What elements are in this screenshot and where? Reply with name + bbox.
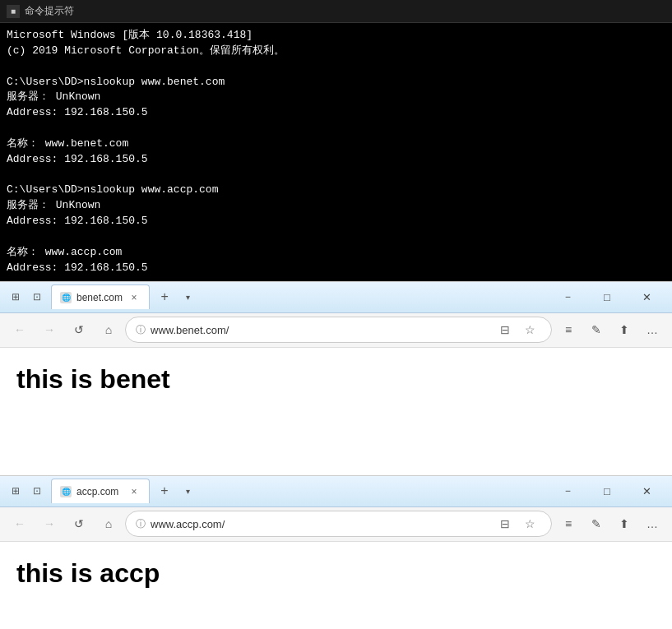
cmd-line: 服务器： UnKnown [7,90,665,105]
favorite-btn-2[interactable]: ☆ [518,512,541,535]
tab-dropdown-btn-2[interactable]: ▾ [179,483,196,499]
cmd-titlebar: ■ 命令提示符 [0,0,672,23]
cmd-line [7,168,665,183]
tab-area-2: 🌐 accp.com × + ▾ [51,479,549,503]
tab-settings-btn-2[interactable]: ⊡ [28,482,46,500]
toolbar-actions-2: ≡ ✎ ⬆ … [555,511,665,537]
tab-close-btn-2[interactable]: × [127,485,141,498]
cmd-title: 命令提示符 [25,4,74,18]
tab-pin-btn-1[interactable]: ⊞ [7,288,25,306]
cmd-line: Address: 192.168.150.5 [7,152,665,168]
address-info-icon-2: ⓘ [136,517,146,531]
window-controls-2: － □ ✕ [549,479,665,502]
toolbar-actions-1: ≡ ✎ ⬆ … [555,317,665,343]
minimize-btn-2[interactable]: － [549,479,586,502]
browser-titlebar-1: ⊞ ⊡ 🌐 benet.com × + ▾ － □ ✕ [0,282,672,313]
address-bar-2[interactable]: ⓘ www.accp.com/ ⊟ ☆ [125,511,552,537]
browser-tab-1[interactable]: 🌐 benet.com × [51,284,150,309]
cmd-icon: ■ [7,5,20,18]
cmd-line: Address: 192.168.150.5 [7,105,665,121]
cmd-line: Address: 192.168.150.5 [7,261,665,276]
address-info-icon-1: ⓘ [136,323,146,337]
window-controls-1: － □ ✕ [549,285,665,308]
cmd-line: C:\Users\DD>nslookup www.benet.com [7,75,665,90]
cmd-window: ■ 命令提示符 Microsoft Windows [版本 10.0.18363… [0,0,672,281]
split-screen-btn-1[interactable]: ⊟ [494,318,517,341]
tab-pin-btn-2[interactable]: ⊞ [7,482,25,500]
address-actions-1: ⊟ ☆ [494,318,541,341]
tab-dropdown-btn-1[interactable]: ▾ [179,289,196,305]
cmd-line: 服务器： UnKnown [7,198,665,214]
refresh-btn-1[interactable]: ↺ [66,317,92,343]
address-actions-2: ⊟ ☆ [494,512,541,535]
home-btn-1[interactable]: ⌂ [95,317,122,343]
tab-close-btn-1[interactable]: × [127,291,141,304]
browser-titlebar-2: ⊞ ⊡ 🌐 accp.com × + ▾ － □ ✕ [0,476,672,507]
share-btn-2[interactable]: ⬆ [611,511,637,537]
minimize-btn-1[interactable]: － [549,285,586,308]
cmd-line: Microsoft Windows [版本 10.0.18363.418] [7,28,665,44]
cmd-content: Microsoft Windows [版本 10.0.18363.418](c)… [0,23,672,281]
tab-favicon-1: 🌐 [60,292,72,303]
forward-btn-2[interactable]: → [36,511,63,537]
browser-tab-controls-left-2: ⊞ ⊡ [7,482,46,500]
share-btn-1[interactable]: ⬆ [611,317,637,343]
back-btn-2[interactable]: ← [7,511,33,537]
note-btn-2[interactable]: ✎ [583,511,609,537]
address-url-1: www.benet.com/ [151,324,489,336]
browser-toolbar-1: ← → ↺ ⌂ ⓘ www.benet.com/ ⊟ ☆ ≡ ✎ ⬆ … [0,313,672,348]
cmd-line [7,121,665,136]
new-tab-btn-1[interactable]: + [153,285,176,308]
cmd-line: C:\Users\DD>nslookup www.accp.com [7,183,665,198]
browser-window-2: ⊞ ⊡ 🌐 accp.com × + ▾ － □ ✕ ← → ↺ ⌂ ⓘ www… [0,475,672,630]
maximize-btn-1[interactable]: □ [588,285,626,308]
browser-content-2: this is accp [0,542,672,630]
home-btn-2[interactable]: ⌂ [95,511,122,537]
favorite-btn-1[interactable]: ☆ [518,318,541,341]
hub-btn-2[interactable]: ≡ [555,511,582,537]
new-tab-btn-2[interactable]: + [153,479,176,502]
browser-content-1: this is benet [0,348,672,475]
refresh-btn-2[interactable]: ↺ [66,511,92,537]
more-btn-1[interactable]: … [639,317,665,343]
tab-favicon-2: 🌐 [60,486,72,497]
note-btn-1[interactable]: ✎ [583,317,609,343]
forward-btn-1[interactable]: → [36,317,63,343]
page-heading-2: this is accp [16,558,656,589]
page-heading-1: this is benet [16,364,656,395]
cmd-line: 名称： www.accp.com [7,245,665,261]
cmd-line [7,229,665,245]
address-bar-1[interactable]: ⓘ www.benet.com/ ⊟ ☆ [125,317,552,343]
browser-tab-2[interactable]: 🌐 accp.com × [51,479,150,503]
tab-area-1: 🌐 benet.com × + ▾ [51,284,549,309]
tab-label-1: benet.com [76,292,123,303]
cmd-line: (c) 2019 Microsoft Corporation。保留所有权利。 [7,44,665,59]
close-btn-1[interactable]: ✕ [628,285,665,308]
hub-btn-1[interactable]: ≡ [555,317,582,343]
more-btn-2[interactable]: … [639,511,665,537]
maximize-btn-2[interactable]: □ [588,479,626,502]
browser-toolbar-2: ← → ↺ ⌂ ⓘ www.accp.com/ ⊟ ☆ ≡ ✎ ⬆ … [0,507,672,542]
tab-settings-btn-1[interactable]: ⊡ [28,288,46,306]
browser-window-1: ⊞ ⊡ 🌐 benet.com × + ▾ － □ ✕ ← → ↺ ⌂ ⓘ ww… [0,281,672,475]
cmd-line: Address: 192.168.150.5 [7,214,665,229]
close-btn-2[interactable]: ✕ [628,479,665,502]
cmd-line [7,59,665,75]
cmd-line: 名称： www.benet.com [7,136,665,152]
browser-tab-controls-left-1: ⊞ ⊡ [7,288,46,306]
split-screen-btn-2[interactable]: ⊟ [494,512,517,535]
address-url-2: www.accp.com/ [151,518,489,530]
back-btn-1[interactable]: ← [7,317,33,343]
tab-label-2: accp.com [76,486,123,497]
